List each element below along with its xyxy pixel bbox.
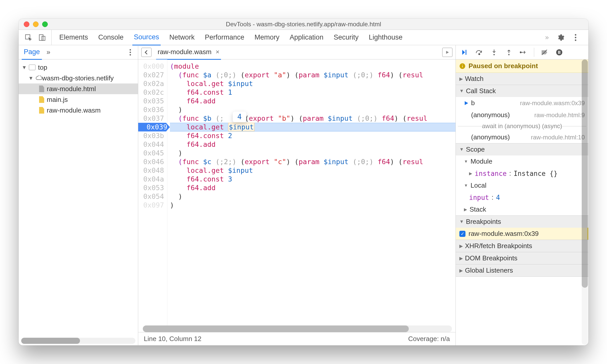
gutter[interactable]: 0x0000x0270x02a0x02c0x0350x0360x0370x039… (138, 59, 167, 325)
breakpoint-row[interactable]: ✓raw-module.wasm:0x39 (456, 228, 588, 240)
gutter-address[interactable]: 0x053 (138, 184, 164, 192)
scope-local-input[interactable]: input: 4 (456, 191, 588, 203)
scope-module-instance[interactable]: ▶instance: Instance {} (456, 167, 588, 179)
gutter-address[interactable]: 0x097 (138, 201, 164, 210)
code-line[interactable]: ) (170, 192, 456, 201)
gutter-address[interactable]: 0x035 (138, 97, 164, 105)
tree-file[interactable]: raw-module.html (19, 83, 138, 94)
kebab-menu-icon[interactable] (571, 33, 580, 42)
panel-tabs: ElementsConsoleSourcesNetworkPerformance… (52, 30, 542, 45)
code-line[interactable]: f64.const 2 (170, 131, 456, 140)
panel-tab-lighthouse[interactable]: Lighthouse (367, 30, 404, 45)
scope-stack[interactable]: ▶Stack (456, 203, 588, 215)
tree-file[interactable]: raw-module.wasm (19, 105, 138, 116)
code-line[interactable]: ) (170, 201, 456, 210)
svg-point-11 (494, 54, 495, 55)
breakpoints-header[interactable]: ▼Breakpoints (456, 216, 588, 228)
callstack-frame[interactable]: braw-module.wasm:0x39 (456, 97, 588, 109)
gutter-address[interactable]: 0x045 (138, 149, 164, 157)
scope-local[interactable]: ▼Local (456, 179, 588, 191)
navigate-back-icon[interactable] (141, 48, 151, 57)
code-line[interactable]: f64.add (170, 97, 456, 105)
step-icon[interactable] (519, 48, 528, 57)
navigator-menu-icon[interactable] (126, 48, 135, 57)
tree-top[interactable]: ▼ top (19, 62, 138, 73)
callstack-header[interactable]: ▼Call Stack (456, 85, 588, 97)
callstack-section: ▼Call Stack braw-module.wasm:0x39(anonym… (456, 85, 588, 143)
code-line[interactable]: f64.add (170, 184, 456, 192)
settings-icon[interactable] (556, 33, 565, 42)
gutter-address[interactable]: 0x027 (138, 71, 164, 79)
navigator-more-tabs-icon[interactable]: » (46, 48, 50, 56)
global-listeners-section[interactable]: ▶Global Listeners (456, 264, 588, 277)
code-content[interactable]: (module (func $a (;0;) (export "a") (par… (167, 59, 456, 325)
file-tree: ▼ top ▼ wasm-dbg-stories.netlify raw-mod… (19, 59, 138, 116)
gutter-address[interactable]: 0x048 (138, 166, 164, 175)
navigator-tab-page[interactable]: Page (22, 45, 42, 60)
panel-tab-security[interactable]: Security (332, 30, 360, 45)
xhr-breakpoints-section[interactable]: ▶XHR/fetch Breakpoints (456, 240, 588, 252)
svg-rect-18 (462, 66, 463, 67)
debugger-v-scrollbar[interactable] (582, 59, 588, 345)
callstack-frame[interactable]: (anonymous)raw-module.html:10 (456, 131, 588, 143)
gutter-address[interactable]: 0x036 (138, 105, 164, 114)
deactivate-breakpoints-icon[interactable] (540, 48, 549, 57)
panel-tab-performance[interactable]: Performance (203, 30, 246, 45)
editor-tab[interactable]: raw-module.wasm × (156, 45, 221, 60)
step-out-icon[interactable] (504, 48, 513, 57)
panel-tab-sources[interactable]: Sources (132, 30, 161, 45)
scrollbar-thumb[interactable] (582, 59, 588, 288)
code-line[interactable]: local.get $input (170, 123, 456, 131)
code-line[interactable]: local.get $input (170, 79, 456, 88)
code-line[interactable]: local.get $input (170, 166, 456, 175)
step-into-icon[interactable] (489, 48, 499, 57)
code-line[interactable]: ) (170, 149, 456, 157)
device-toolbar-icon[interactable] (38, 33, 47, 42)
code-line[interactable]: f64.const 3 (170, 175, 456, 184)
scrollbar-thumb[interactable] (143, 325, 409, 332)
panel-tab-application[interactable]: Application (288, 30, 325, 45)
scope-module[interactable]: ▼Module (456, 155, 588, 167)
element-picker-icon[interactable] (24, 33, 33, 42)
tree-file[interactable]: main.js (19, 94, 138, 105)
gutter-address[interactable]: 0x000 (138, 62, 164, 71)
panel-tab-console[interactable]: Console (97, 30, 125, 45)
run-snippet-icon[interactable] (442, 48, 452, 57)
code-line[interactable]: (func $a (;0;) (export "a") (param $inpu… (170, 71, 456, 79)
panel-tab-network[interactable]: Network (168, 30, 196, 45)
gutter-address[interactable]: 0x046 (138, 157, 164, 166)
more-panels-icon[interactable]: » (542, 33, 552, 42)
editor-tab-label: raw-module.wasm (158, 48, 212, 56)
navigator-h-scrollbar[interactable] (21, 338, 135, 344)
gutter-address[interactable]: 0x03b (138, 131, 164, 140)
code-line[interactable]: (func $c (;2;) (export "c") (param $inpu… (170, 157, 456, 166)
panel-tab-memory[interactable]: Memory (253, 30, 281, 45)
watch-section[interactable]: ▶Watch (456, 73, 588, 85)
dom-breakpoints-section[interactable]: ▶DOM Breakpoints (456, 252, 588, 264)
scope-header[interactable]: ▼Scope (456, 143, 588, 155)
callstack-frame[interactable]: (anonymous)raw-module.html:9 (456, 109, 588, 121)
tree-origin[interactable]: ▼ wasm-dbg-stories.netlify (19, 73, 138, 83)
gutter-address[interactable]: 0x054 (138, 192, 164, 201)
close-tab-icon[interactable]: × (216, 48, 219, 56)
resume-icon[interactable] (460, 48, 469, 57)
code-line[interactable]: f64.const 1 (170, 88, 456, 97)
step-over-icon[interactable] (475, 48, 484, 57)
scrollbar-thumb[interactable] (21, 338, 80, 344)
gutter-address[interactable]: 0x04a (138, 175, 164, 184)
panel-tab-elements[interactable]: Elements (58, 30, 90, 45)
svg-rect-16 (559, 51, 560, 54)
breakpoint-checkbox[interactable]: ✓ (459, 231, 465, 237)
gutter-address[interactable]: 0x037 (138, 114, 164, 123)
code-line[interactable]: (module (170, 62, 456, 71)
devtools-window: DevTools - wasm-dbg-stories.netlify.app/… (19, 19, 588, 345)
gutter-address[interactable]: 0x044 (138, 140, 164, 149)
pause-on-exceptions-icon[interactable] (555, 48, 564, 57)
editor-h-scrollbar[interactable] (143, 325, 452, 332)
gutter-address[interactable]: 0x02c (138, 88, 164, 97)
code-editor[interactable]: 0x039 0x0000x0270x02a0x02c0x0350x0360x03… (138, 59, 456, 325)
code-line[interactable]: (func $b (; ;) (export "b") (param $inpu… (170, 114, 456, 123)
gutter-address[interactable]: 0x02a (138, 79, 164, 88)
code-line[interactable]: f64.add (170, 140, 456, 149)
code-line[interactable]: ) (170, 105, 456, 114)
